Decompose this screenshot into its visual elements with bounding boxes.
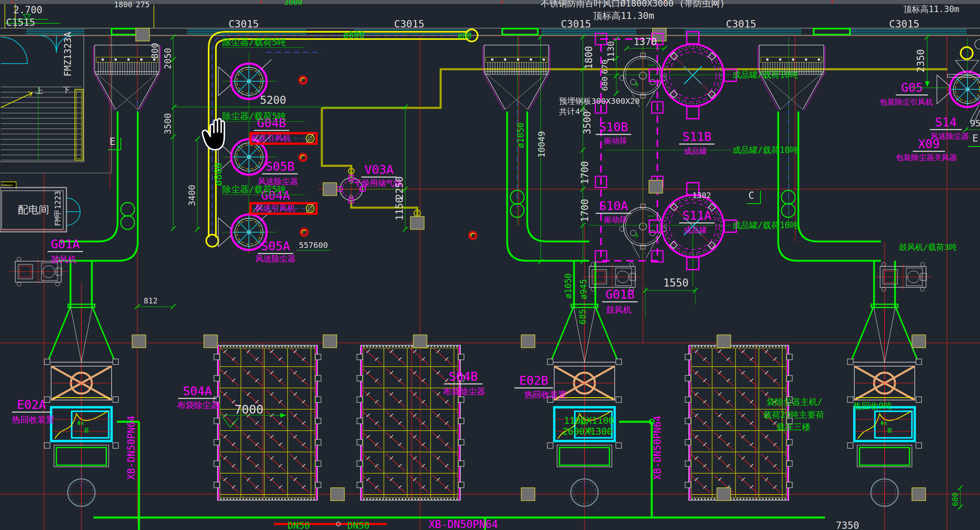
dim: 7000 — [234, 402, 263, 417]
pipe-dia: ø945 — [579, 279, 588, 299]
dim: 10049 — [537, 131, 547, 158]
equipment-desc: 布袋除尘器 — [177, 400, 220, 410]
equipment-code: V03A — [365, 163, 394, 177]
dim: 680 — [600, 76, 609, 91]
dim: 1700 — [579, 161, 590, 184]
pipe-tag: DN50 — [347, 520, 369, 530]
window-tag: C1515 — [6, 17, 35, 28]
equipment-code: S05A — [261, 239, 290, 253]
equipment-code: S05B — [265, 159, 294, 173]
equipment-desc: 包装除尘引风机 — [880, 97, 933, 106]
equipment-desc: 风送引风机 — [255, 203, 295, 213]
pipe-tag: XB-DN50PN64 — [429, 518, 498, 530]
dim: 7350 — [836, 520, 859, 530]
equipment-code: S11B — [682, 130, 711, 144]
bag-filter-grid-s04b — [357, 345, 464, 500]
dim: 95 — [970, 118, 980, 128]
load-note: 成品罐/载荷10吨 — [732, 70, 798, 80]
equipment-desc: 成品罐 — [684, 225, 707, 234]
equipment-desc: 风送引风机 — [251, 133, 291, 143]
dim: 812 — [144, 296, 157, 305]
equipment-desc: 振动筛 — [604, 136, 627, 145]
equipment-code: S10B — [599, 120, 628, 134]
dim: 1150 — [394, 197, 405, 221]
dim: 2250 — [394, 176, 405, 200]
stair-direction: 下 — [62, 85, 70, 94]
pipe-dia: ø1050 — [564, 273, 573, 299]
stair-direction: 上 — [35, 86, 43, 95]
room-name: 配电间 — [18, 204, 49, 216]
equipment-desc: 热回收装置 — [12, 415, 54, 425]
window-tag: C3015 — [561, 18, 591, 30]
cad-canvas[interactable]: Φx 甚 — [0, 0, 980, 530]
tag-s05a: S05A 风送除尘器 — [255, 239, 296, 264]
equipment-code: E02A — [17, 398, 46, 412]
cad-window: Φx 甚 — [0, 0, 980, 530]
pipe-dia: ø800 — [213, 163, 224, 186]
dim: 557600 — [299, 240, 328, 250]
pipe-tag: XB-DN50PN64 — [126, 416, 137, 480]
pipe-dia: ø80 — [458, 31, 471, 40]
door-tag: FMZ1323A — [62, 32, 73, 76]
equipment-code: G01B — [605, 287, 634, 301]
roof-height-note: 顶标高11.30m — [903, 4, 959, 14]
equipment-code: S14 — [935, 115, 957, 129]
dim: 1800 — [114, 0, 133, 9]
equipment-code: S04B — [449, 369, 478, 384]
model-space-background — [0, 0, 980, 530]
louver-note: 不锈钢防雨百叶风口Ø1800X3000 (帯防虫网) — [541, 0, 725, 8]
load-note: 成品罐/载荷10吨 — [732, 221, 798, 230]
embed-plate-note: 预埋钢板300X300X20 — [559, 96, 640, 106]
equipment-code: S10A — [599, 199, 628, 213]
load-note: 成品罐/载荷10吨 — [732, 145, 798, 155]
load-note: 除尘器/载荷5吨 — [222, 37, 286, 47]
dim: 800 — [150, 43, 160, 59]
level-value: 2.700 — [13, 4, 42, 16]
opening-size: 1100X1100 — [564, 415, 614, 426]
pipe-tag: XB-DN50PN64 — [652, 416, 663, 480]
dim: 5200 — [260, 94, 286, 106]
equipment-code: S11A — [682, 208, 711, 223]
opening-size: 2600X1300 — [562, 426, 613, 437]
pipe-tag: DN50 — [288, 520, 310, 530]
equipment-desc: 鼓风机 — [606, 305, 632, 315]
pipe-dia: ø800 — [343, 30, 365, 40]
equipment-desc: 振动筛 — [604, 215, 627, 224]
dim: 1550 — [663, 277, 689, 289]
equipment-code: X09 — [918, 137, 940, 151]
dim: 2050 — [163, 48, 173, 69]
wall-column — [136, 28, 149, 41]
window-tag: C3015 — [394, 18, 424, 30]
dim: 3000 — [284, 0, 302, 6]
door-tag: FM甲1223 — [53, 191, 62, 226]
dim: 3500 — [582, 111, 593, 134]
load-note: 除尘器/载荷5吨 — [222, 111, 286, 121]
dim: 1302 — [692, 191, 711, 200]
bag-filter-grid-s04a — [214, 345, 321, 500]
axis-letter: E — [110, 136, 115, 147]
equipment-desc: 布袋除尘器 — [443, 387, 485, 396]
dim: 1370 — [634, 36, 657, 47]
dim: 3500 — [163, 113, 173, 134]
equipment-code: E02B — [519, 373, 548, 388]
equipment-desc: 鼓风机 — [51, 255, 77, 264]
load-note: 除尘器/载荷5吨 — [222, 184, 286, 194]
equipment-desc: 成品罐 — [684, 146, 707, 155]
load-note: 载荷20吨主要荷 — [763, 410, 824, 420]
dim: 3400 — [187, 185, 197, 206]
roof-height-note: 顶标高11.30m — [593, 10, 654, 21]
load-note: 热回收9吨 — [853, 401, 892, 411]
load-note: 载在三楼 — [777, 422, 810, 432]
dim: 670 — [600, 60, 609, 74]
equipment-desc: 包装除尘器关风器 — [896, 153, 957, 162]
equipment-desc: 风送除尘器 — [255, 254, 296, 264]
window-tag: C3015 — [889, 18, 919, 30]
axis-letter: E — [972, 133, 978, 144]
equipment-desc: 热回收装置 — [524, 390, 567, 400]
pipe-dia: ø1050 — [516, 123, 526, 148]
dim: 2350 — [915, 49, 926, 72]
dim: 275 — [136, 0, 149, 9]
window-tag: C3015 — [228, 18, 259, 30]
axis-letter: C — [748, 190, 754, 201]
load-note: 鼓风机/载荷3吨 — [899, 242, 957, 252]
